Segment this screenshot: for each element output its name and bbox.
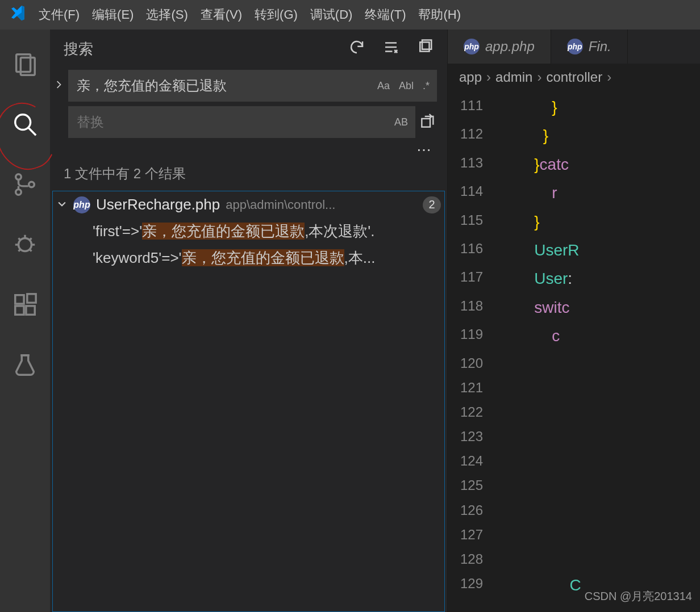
extensions-icon[interactable] bbox=[12, 292, 38, 320]
svg-rect-27 bbox=[422, 119, 430, 127]
result-file-name: UserRecharge.php bbox=[96, 196, 220, 213]
svg-point-2 bbox=[15, 115, 31, 130]
explorer-icon[interactable] bbox=[12, 51, 38, 79]
svg-point-5 bbox=[16, 190, 22, 195]
panel-title: 搜索 bbox=[64, 39, 93, 59]
clear-icon[interactable] bbox=[382, 39, 399, 60]
source-control-icon[interactable] bbox=[12, 171, 38, 200]
match-case-toggle[interactable]: Aa bbox=[374, 79, 393, 93]
menu-debug[interactable]: 调试(D) bbox=[310, 6, 353, 23]
svg-line-12 bbox=[30, 238, 32, 241]
result-file-count: 2 bbox=[423, 196, 441, 213]
svg-line-3 bbox=[28, 128, 36, 135]
result-file-row[interactable]: php UserRecharge.php app\admin\control..… bbox=[53, 191, 444, 218]
svg-line-11 bbox=[19, 238, 21, 241]
menu-view[interactable]: 查看(V) bbox=[201, 6, 242, 23]
debug-icon[interactable] bbox=[12, 232, 38, 260]
menu-file[interactable]: 文件(F) bbox=[39, 6, 80, 23]
breadcrumb[interactable]: app›admin›controller› bbox=[448, 64, 700, 91]
menu-goto[interactable]: 转到(G) bbox=[255, 6, 298, 23]
result-file-path: app\admin\control... bbox=[226, 198, 335, 212]
code-editor[interactable]: 111 }112 }113 }catc114 r115 }116 UserR11… bbox=[448, 91, 700, 612]
search-input-container: Aa Abl .* bbox=[68, 70, 437, 102]
preserve-case-toggle[interactable]: AB bbox=[391, 115, 411, 129]
search-panel: 搜索 Aa Abl .* bbox=[50, 30, 448, 612]
php-file-icon: php bbox=[567, 39, 583, 55]
menu-edit[interactable]: 编辑(E) bbox=[92, 6, 134, 23]
svg-line-14 bbox=[30, 249, 32, 251]
svg-line-13 bbox=[19, 249, 21, 251]
php-file-icon: php bbox=[464, 39, 480, 55]
results-summary: 1 文件中有 2 个结果 bbox=[50, 161, 447, 191]
editor-area: phpapp.php phpFin. app›admin›controller›… bbox=[448, 30, 700, 612]
toggle-details-icon[interactable]: ⋯ bbox=[53, 138, 437, 161]
test-icon[interactable] bbox=[12, 352, 38, 380]
replace-input-container: AB bbox=[68, 106, 415, 138]
editor-tab[interactable]: phpapp.php bbox=[448, 30, 551, 64]
svg-rect-16 bbox=[15, 306, 24, 315]
match-word-toggle[interactable]: Abl bbox=[395, 79, 417, 93]
chevron-down-icon[interactable] bbox=[56, 196, 68, 213]
results-tree: php UserRecharge.php app\admin\control..… bbox=[52, 191, 445, 612]
menu-terminal[interactable]: 终端(T) bbox=[365, 6, 406, 23]
new-editor-icon[interactable] bbox=[416, 39, 434, 60]
svg-point-6 bbox=[29, 182, 35, 187]
refresh-icon[interactable] bbox=[348, 39, 365, 60]
editor-tab[interactable]: phpFin. bbox=[551, 30, 628, 64]
svg-rect-25 bbox=[420, 42, 429, 51]
menu-select[interactable]: 选择(S) bbox=[146, 6, 188, 23]
menu-bar: 文件(F) 编辑(E) 选择(S) 查看(V) 转到(G) 调试(D) 终端(T… bbox=[0, 0, 700, 30]
svg-rect-17 bbox=[26, 306, 35, 315]
svg-rect-18 bbox=[27, 294, 36, 303]
menu-help[interactable]: 帮助(H) bbox=[418, 6, 461, 23]
replace-all-icon[interactable] bbox=[419, 112, 437, 132]
replace-input[interactable] bbox=[77, 114, 391, 130]
watermark-text: CSDN @月亮201314 bbox=[585, 589, 692, 604]
search-icon[interactable] bbox=[12, 111, 38, 140]
match-row[interactable]: 'keyword5'=>'亲，您充值的金额已退款,本... bbox=[53, 245, 444, 271]
search-input[interactable] bbox=[77, 78, 374, 94]
php-file-icon: php bbox=[73, 196, 90, 213]
vscode-logo-icon bbox=[8, 4, 26, 26]
editor-tabs: phpapp.php phpFin. bbox=[448, 30, 700, 64]
regex-toggle[interactable]: .* bbox=[419, 79, 433, 93]
match-row[interactable]: 'first'=>'亲，您充值的金额已退款,本次退款'. bbox=[53, 218, 444, 245]
toggle-replace-icon[interactable] bbox=[53, 79, 65, 93]
svg-rect-15 bbox=[15, 295, 24, 304]
svg-rect-26 bbox=[422, 40, 431, 49]
activity-bar bbox=[0, 30, 50, 612]
svg-point-4 bbox=[16, 174, 22, 180]
